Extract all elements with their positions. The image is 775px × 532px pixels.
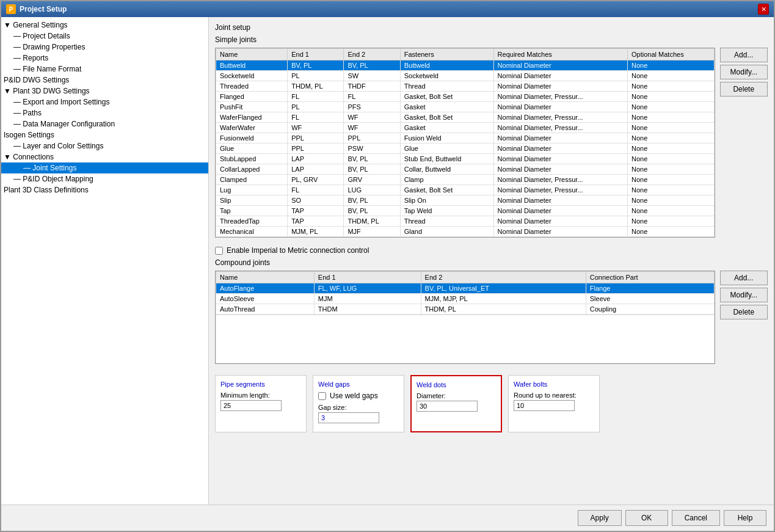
sidebar-item-plant-3d-class[interactable]: Plant 3D Class Definitions [1,184,208,195]
compound-col-end1: End 1 [314,272,421,283]
compound-col-connection: Connection Part [586,272,714,283]
joint-setup-title: Joint setup [215,23,768,32]
table-row[interactable]: ClampedPL, GRVGRVClampNominal Diameter, … [216,175,715,185]
close-button[interactable]: ✕ [758,4,769,15]
sidebar-item-layer-color[interactable]: — Layer and Color Settings [1,140,208,151]
round-up-input[interactable] [514,400,575,411]
compound-delete-button[interactable]: Delete [720,305,768,319]
diameter-input[interactable] [417,401,478,412]
diameter-row: Diameter: [417,392,496,412]
table-row[interactable]: GluePPLPSWGlueNominal DiameterNone [216,144,715,154]
compound-col-end2: End 2 [421,272,586,283]
col-required: Required Matches [493,49,627,60]
sidebar: ▼ General Settings— Project Details— Dra… [1,17,209,505]
table-row[interactable]: ButtweldBV, PLBV, PLButtweldNominal Diam… [216,60,715,71]
table-row[interactable]: LugFLLUGGasket, Bolt SetNominal Diameter… [216,185,715,195]
sidebar-item-plant-3d-dwg-settings[interactable]: ▼ Plant 3D DWG Settings [1,86,208,97]
col-name: Name [216,49,288,60]
table-row[interactable]: ThreadedTapTAPTHDM, PLThreadNominal Diam… [216,216,715,227]
sidebar-item-connections[interactable]: ▼ Connections [1,151,208,162]
content-area: ▼ General Settings— Project Details— Dra… [1,17,774,505]
simple-add-button[interactable]: Add... [720,48,768,62]
compound-joints-table: Name End 1 End 2 Connection Part AutoFla… [216,271,715,315]
table-row[interactable]: WaferWaferWFWFGasketNominal Diameter, Pr… [216,123,715,133]
col-fasteners: Fasteners [400,49,493,60]
col-optional: Optional Matches [628,49,715,60]
project-setup-window: P Project Setup ✕ ▼ General Settings— Pr… [0,0,775,532]
compound-col-name: Name [216,272,315,283]
sidebar-item-joint-settings[interactable]: — Joint Settings [1,162,208,173]
round-up-row: Round up to nearest: [514,392,594,411]
table-row[interactable]: ThreadedTHDM, PLTHDFThreadNominal Diamet… [216,81,715,92]
simple-joints-title: Simple joints [215,35,768,44]
table-row[interactable]: FlangedFLFLGasket, Bolt SetNominal Diame… [216,92,715,102]
sidebar-item-data-manager[interactable]: — Data Manager Configuration [1,118,208,129]
use-weld-gaps-label: Use weld gaps [330,392,378,400]
compound-modify-button[interactable]: Modify... [720,288,768,302]
gap-size-input[interactable] [318,412,379,423]
gap-size-row: Gap size: [318,404,399,423]
wafer-bolts-section: Wafer bolts Round up to nearest: [508,375,600,432]
cancel-button[interactable]: Cancel [672,510,720,526]
wafer-bolts-title: Wafer bolts [514,381,594,388]
simple-joints-table-container: Name End 1 End 2 Fasteners Required Matc… [215,48,715,238]
sidebar-item-drawing-properties[interactable]: — Drawing Properties [1,42,208,53]
min-length-row: Minimum length: [220,392,301,411]
simple-delete-button[interactable]: Delete [720,82,768,97]
app-icon: P [6,4,16,14]
compound-empty-space [216,315,715,363]
footer: Apply OK Cancel Help [1,505,774,531]
table-row[interactable]: TapTAPBV, PLTap WeldNominal DiameterNone [216,206,715,216]
bottom-sections: Pipe segments Minimum length: Weld gaps … [215,375,768,432]
weld-dots-title: Weld dots [417,381,496,388]
help-button[interactable]: Help [724,510,766,526]
round-up-label: Round up to nearest: [514,392,594,399]
sidebar-item-isogen-settings[interactable]: Isogen Settings [1,129,208,140]
pipe-segments-section: Pipe segments Minimum length: [215,375,307,432]
enable-imperial-row: Enable Imperial to Metric connection con… [215,246,768,255]
compound-add-button[interactable]: Add... [720,271,768,285]
table-row[interactable]: AutoThreadTHDMTHDM, PLCoupling [216,304,715,315]
title-bar: P Project Setup ✕ [1,1,774,17]
enable-imperial-label: Enable Imperial to Metric connection con… [227,246,369,255]
simple-joints-buttons: Add... Modify... Delete [720,48,768,97]
compound-joints-table-container: Name End 1 End 2 Connection Part AutoFla… [215,271,715,364]
table-row[interactable]: CollarLappedLAPBV, PLCollar, ButtweldNom… [216,164,715,175]
table-row[interactable]: AutoSleeveMJMMJM, MJP, PLSleeve [216,294,715,304]
table-row[interactable]: FusionweldPPLPPLFusion WeldNominal Diame… [216,133,715,144]
gap-size-label: Gap size: [318,404,399,411]
enable-imperial-checkbox[interactable] [215,247,223,255]
compound-joints-buttons: Add... Modify... Delete [720,271,768,319]
table-row[interactable]: PushFitPLPFSGasketNominal DiameterNone [216,102,715,112]
sidebar-item-file-name-format[interactable]: — File Name Format [1,64,208,75]
use-weld-gaps-checkbox[interactable] [318,392,326,400]
col-end2: End 2 [344,49,400,60]
min-length-input[interactable] [220,400,282,411]
table-row[interactable]: MechanicalMJM, PLMJFGlandNominal Diamete… [216,227,715,237]
sidebar-item-paths[interactable]: — Paths [1,107,208,118]
weld-gaps-title: Weld gaps [318,381,399,388]
sidebar-item-reports[interactable]: — Reports [1,53,208,64]
sidebar-item-export-import[interactable]: — Export and Import Settings [1,97,208,107]
sidebar-item-project-details[interactable]: — Project Details [1,31,208,42]
sidebar-item-pid-dwg-settings[interactable]: P&ID DWG Settings [1,75,208,86]
main-panel: Joint setup Simple joints Name End 1 End… [209,17,774,505]
sidebar-item-pid-object-mapping[interactable]: — P&ID Object Mapping [1,173,208,184]
ok-button[interactable]: OK [625,510,668,526]
col-end1: End 1 [288,49,344,60]
table-row[interactable]: StubLappedLAPBV, PLStub End, ButtweldNom… [216,154,715,164]
table-row[interactable]: SlipSOBV, PLSlip OnNominal DiameterNone [216,195,715,206]
compound-joints-container: Name End 1 End 2 Connection Part AutoFla… [215,271,768,369]
apply-button[interactable]: Apply [578,510,622,526]
table-row[interactable]: SocketweldPLSWSocketweldNominal Diameter… [216,71,715,81]
simple-modify-button[interactable]: Modify... [720,65,768,79]
window-title: Project Setup [20,5,754,13]
sidebar-item-general-settings[interactable]: ▼ General Settings [1,20,208,31]
weld-dots-section: Weld dots Diameter: [410,375,502,432]
table-row[interactable]: WaferFlangedFLWFGasket, Bolt SetNominal … [216,112,715,123]
table-row[interactable]: AutoFlangeFL, WF, LUGBV, PL, Universal_E… [216,283,715,294]
compound-joints-title: Compound joints [215,258,768,267]
simple-joints-container: Name End 1 End 2 Fasteners Required Matc… [215,48,768,242]
min-length-label: Minimum length: [220,392,301,399]
pipe-segments-title: Pipe segments [220,381,301,388]
